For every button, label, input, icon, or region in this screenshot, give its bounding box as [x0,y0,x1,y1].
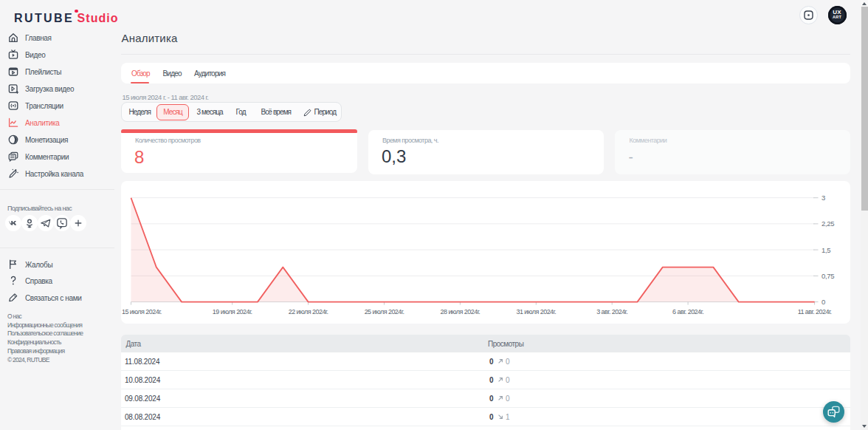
svg-text:22 июля 2024г.: 22 июля 2024г. [288,308,328,315]
svg-text:3 авг. 2024г.: 3 авг. 2024г. [596,308,627,315]
svg-text:6 авг. 2024г.: 6 авг. 2024г. [672,308,703,315]
svg-text:3: 3 [822,194,825,202]
svg-text:19 июля 2024г.: 19 июля 2024г. [212,308,252,315]
svg-text:2,25: 2,25 [822,219,834,228]
svg-text:25 июля 2024г.: 25 июля 2024г. [364,308,404,315]
svg-text:15 июля 2024г.: 15 июля 2024г. [122,308,162,315]
svg-text:1,5: 1,5 [822,246,830,254]
svg-text:28 июля 2024г.: 28 июля 2024г. [440,308,480,315]
svg-text:0,75: 0,75 [822,272,834,280]
svg-text:0: 0 [822,298,825,306]
svg-text:11 авг. 2024г.: 11 авг. 2024г. [797,308,831,315]
svg-text:31 июля 2024г.: 31 июля 2024г. [516,308,556,315]
